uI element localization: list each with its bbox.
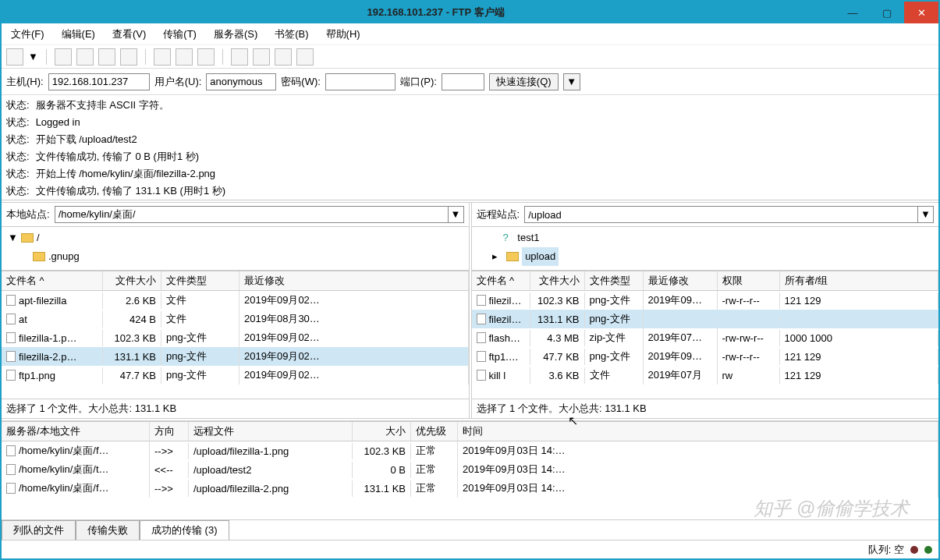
- col-owner: 所有者/组: [780, 271, 939, 290]
- queue-list[interactable]: /home/kylin/桌面/f…-->>/upload/filezilla-1…: [2, 441, 938, 519]
- menu-help[interactable]: 帮助(H): [323, 26, 364, 43]
- menu-view[interactable]: 查看(V): [109, 26, 149, 43]
- file-row[interactable]: kill l3.6 KB文件2019年07月rw121 129: [472, 366, 939, 385]
- user-label: 用户名(U):: [154, 75, 202, 89]
- col-name: 文件名 ^: [472, 271, 530, 290]
- local-path-dropdown[interactable]: ▼: [449, 206, 464, 223]
- col-perm: 权限: [718, 271, 780, 290]
- folder-icon: [506, 252, 519, 261]
- remote-tree[interactable]: ? test1 ▸ upload: [472, 227, 939, 271]
- col-name: 文件名 ^: [2, 271, 103, 290]
- file-row[interactable]: filezilla-1.p…102.3 KBpng-文件2019年09月02…: [2, 328, 469, 347]
- remote-list-header[interactable]: 文件名 ^ 文件大小 文件类型 最近修改 权限 所有者/组: [472, 271, 939, 291]
- col-time: 时间: [458, 422, 938, 441]
- folder-icon: [33, 252, 45, 261]
- activity-indicator-icon: [924, 546, 932, 554]
- file-row[interactable]: ftp1.png47.7 KBpng-文件2019年09月02…: [2, 366, 469, 385]
- quickconnect-button[interactable]: 快速连接(Q): [489, 73, 559, 90]
- local-tree[interactable]: ▼/ .gnupg: [2, 227, 469, 271]
- close-button[interactable]: ✕: [904, 2, 938, 23]
- local-site-label: 本地站点:: [6, 207, 50, 222]
- toggle-log-icon[interactable]: [55, 48, 72, 66]
- dropdown-arrow-icon[interactable]: ▼: [28, 51, 38, 62]
- menubar: 文件(F) 编辑(E) 查看(V) 传输(T) 服务器(S) 书签(B) 帮助(…: [2, 23, 938, 45]
- remote-site-label: 远程站点:: [477, 207, 520, 222]
- menu-file[interactable]: 文件(F): [8, 26, 48, 43]
- toggle-local-tree-icon[interactable]: [76, 48, 94, 66]
- maximize-button[interactable]: ▢: [870, 2, 904, 23]
- cancel-icon[interactable]: [176, 48, 193, 66]
- tab-successful[interactable]: 成功的传输 (3): [140, 520, 229, 540]
- remote-path-input[interactable]: [524, 206, 918, 223]
- menu-edit[interactable]: 编辑(E): [59, 26, 98, 43]
- transfer-queue: 服务器/本地文件 方向 远程文件 大小 优先级 时间 /home/kylin/桌…: [2, 421, 938, 540]
- port-label: 端口(P):: [400, 75, 437, 89]
- password-label: 密码(W):: [281, 75, 321, 89]
- tab-failed[interactable]: 传输失败: [76, 520, 140, 540]
- window-title: 192.168.101.237 - FTP 客户端: [36, 5, 835, 19]
- menu-server[interactable]: 服务器(S): [211, 26, 261, 43]
- activity-indicator-icon: [910, 546, 918, 554]
- menu-transfer[interactable]: 传输(T): [160, 26, 200, 43]
- username-input[interactable]: [206, 73, 276, 90]
- toggle-remote-tree-icon[interactable]: [98, 48, 115, 66]
- compare-icon[interactable]: [231, 48, 248, 66]
- toolbar: ▼: [2, 45, 938, 69]
- file-row[interactable]: flash…4.3 MBzip-文件2019年07月…-rw-rw-r--100…: [472, 328, 939, 347]
- remote-status: 选择了 1 个文件。大小总共: 131.1 KB: [472, 399, 939, 418]
- refresh-icon[interactable]: [154, 48, 171, 66]
- remote-path-dropdown[interactable]: ▼: [918, 206, 934, 223]
- quickconnect-history-button[interactable]: ▼: [563, 73, 580, 90]
- port-input[interactable]: [442, 73, 484, 90]
- quickconnect-bar: 主机(H): 用户名(U): 密码(W): 端口(P): 快速连接(Q) ▼: [2, 69, 938, 95]
- local-list-header[interactable]: 文件名 ^ 文件大小 文件类型 最近修改: [2, 271, 469, 291]
- file-row[interactable]: ftp1.…47.7 KBpng-文件2019年09月…-rw-r--r--12…: [472, 347, 939, 366]
- col-mtime: 最近修改: [644, 271, 718, 290]
- titlebar: 192.168.101.237 - FTP 客户端 ― ▢ ✕: [2, 2, 938, 23]
- file-row[interactable]: filezil…102.3 KBpng-文件2019年09月…-rw-r--r-…: [472, 291, 939, 310]
- queue-size-label: 队列: 空: [868, 543, 904, 557]
- minimize-button[interactable]: ―: [835, 2, 870, 23]
- search-icon[interactable]: [296, 48, 314, 66]
- toggle-queue-icon[interactable]: [120, 48, 137, 66]
- col-size: 大小: [353, 422, 411, 441]
- tab-queued[interactable]: 列队的文件: [2, 520, 76, 540]
- col-server: 服务器/本地文件: [2, 422, 150, 441]
- host-label: 主机(H):: [6, 75, 44, 89]
- remote-file-list[interactable]: filezil…102.3 KBpng-文件2019年09月…-rw-r--r-…: [472, 291, 939, 399]
- statusbar: 队列: 空: [2, 540, 938, 558]
- filter-icon[interactable]: [275, 48, 292, 66]
- col-size: 文件大小: [103, 271, 161, 290]
- file-row[interactable]: at424 B文件2019年08月30…: [2, 310, 469, 328]
- local-path-input[interactable]: [55, 206, 449, 223]
- queue-tabs: 列队的文件 传输失败 成功的传输 (3): [2, 519, 938, 540]
- col-type: 文件类型: [585, 271, 644, 290]
- col-mtime: 最近修改: [239, 271, 469, 290]
- col-size: 文件大小: [530, 271, 585, 290]
- col-dir: 方向: [150, 422, 189, 441]
- file-row[interactable]: apt-filezilla2.6 KB文件2019年09月02…: [2, 291, 469, 310]
- menu-bookmarks[interactable]: 书签(B): [271, 26, 311, 43]
- disconnect-icon[interactable]: [197, 48, 215, 66]
- file-panes: 本地站点: ▼ ▼/ .gnupg 文件名 ^ 文件大小 文件类型 最近修改 a…: [2, 203, 938, 421]
- site-manager-icon[interactable]: [6, 48, 23, 66]
- app-window: 192.168.101.237 - FTP 客户端 ― ▢ ✕ 文件(F) 编辑…: [0, 0, 940, 560]
- sync-browse-icon[interactable]: [253, 48, 270, 66]
- local-pane: 本地站点: ▼ ▼/ .gnupg 文件名 ^ 文件大小 文件类型 最近修改 a…: [2, 203, 472, 418]
- message-log[interactable]: 状态:服务器不支持非 ASCII 字符。状态:Logged in状态:开始下载 …: [2, 95, 938, 203]
- host-input[interactable]: [48, 73, 150, 90]
- remote-pane: 远程站点: ▼ ? test1 ▸ upload 文件名 ^ 文件大小 文件类型…: [472, 203, 939, 418]
- password-input[interactable]: [325, 73, 396, 90]
- queue-row[interactable]: /home/kylin/桌面/f…-->>/upload/filezilla-2…: [2, 479, 938, 498]
- file-row[interactable]: filezilla-2.p…131.1 KBpng-文件2019年09月02…: [2, 347, 469, 366]
- folder-icon: [21, 233, 34, 243]
- local-status: 选择了 1 个文件。大小总共: 131.1 KB: [2, 399, 469, 418]
- local-file-list[interactable]: apt-filezilla2.6 KB文件2019年09月02…at424 B文…: [2, 291, 469, 399]
- queue-row[interactable]: /home/kylin/桌面/f…-->>/upload/filezilla-1…: [2, 441, 938, 460]
- col-prio: 优先级: [411, 422, 458, 441]
- file-row[interactable]: filezil…131.1 KBpng-文件: [472, 310, 939, 328]
- queue-header[interactable]: 服务器/本地文件 方向 远程文件 大小 优先级 时间: [2, 421, 938, 441]
- col-remote: 远程文件: [189, 422, 353, 441]
- queue-row[interactable]: /home/kylin/桌面/t…<<--/upload/test20 B正常2…: [2, 460, 938, 479]
- col-type: 文件类型: [161, 271, 239, 290]
